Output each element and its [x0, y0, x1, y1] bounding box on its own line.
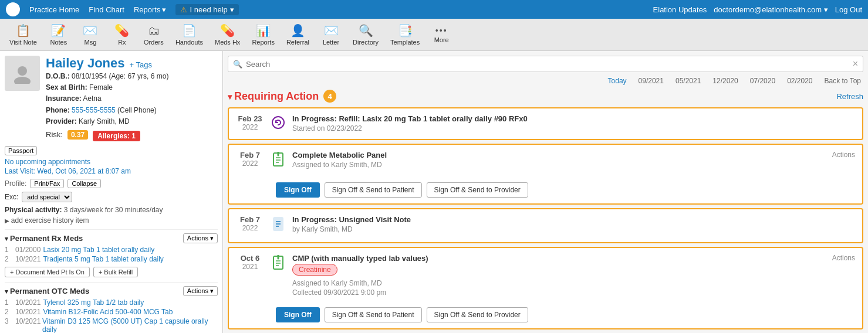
allergies-badge[interactable]: Allergies: 1: [93, 131, 140, 141]
action-card-1-subtitle: Started on 02/23/2022: [292, 124, 855, 132]
patient-name[interactable]: Hailey Jones: [46, 56, 125, 71]
action-card-4-send-patient-button[interactable]: Sign Off & Send to Patient: [325, 307, 422, 322]
toolbar-orders[interactable]: 🗂 Orders: [139, 22, 168, 48]
toolbar-reports-label: Reports: [252, 39, 275, 46]
action-card-2-send-provider-button[interactable]: Sign Off & Send to Provider: [427, 182, 528, 198]
document-med-button[interactable]: + Document Med Pt Is On: [5, 267, 90, 277]
toolbar-rx[interactable]: 💊 Rx: [107, 21, 137, 48]
toolbar-templates[interactable]: 📑 Templates: [386, 21, 424, 48]
timeline-date-1[interactable]: 09/2021: [639, 77, 664, 85]
patient-tags-button[interactable]: + Tags: [130, 60, 152, 69]
action-card-3-title[interactable]: In Progress: Unsigned Visit Note: [292, 215, 855, 224]
exc-select[interactable]: add special: [22, 192, 72, 202]
toolbar-directory[interactable]: 🔍 Directory: [348, 21, 383, 48]
toolbar-letter[interactable]: ✉️ Letter: [316, 21, 346, 48]
risk-badge: 0.37: [67, 130, 88, 140]
perm-otc-med-1-link[interactable]: Tylenol 325 mg Tab 1/2 tab daily: [43, 298, 144, 307]
perm-rx-doc-btns: + Document Med Pt Is On + Bulk Refill: [5, 267, 218, 277]
perm-rx-med-1-link[interactable]: Lasix 20 mg Tab 1 tablet orally daily: [43, 246, 154, 254]
perm-otc-med-2-link[interactable]: Vitamin B12-Folic Acid 500-400 MCG Tab: [43, 308, 173, 316]
toolbar-referral[interactable]: 👤 Referral: [282, 21, 314, 48]
toolbar-more-label: More: [434, 36, 449, 43]
action-card-4-actions-label[interactable]: Actions: [832, 254, 855, 262]
perm-otc-header: Permanent OTC Meds Actions ▾: [5, 282, 218, 296]
notes-icon: 📝: [51, 23, 66, 38]
toolbar-meds-hx[interactable]: 💊 Meds Hx: [210, 21, 245, 48]
toolbar-rx-label: Rx: [118, 39, 126, 46]
chevron-down-icon: ▾: [230, 5, 234, 14]
print-fax-button[interactable]: Print/Fax: [30, 179, 64, 188]
last-visit[interactable]: Last Visit: Wed, Oct 06, 2021 at 8:07 am: [5, 167, 218, 175]
nav-find-chart[interactable]: Find Chart: [89, 5, 124, 14]
perm-otc-title[interactable]: Permanent OTC Meds: [5, 287, 89, 295]
perm-rx-med-2-link[interactable]: Tradjenta 5 mg Tab 1 tablet orally daily: [43, 255, 163, 263]
search-clear-button[interactable]: ×: [853, 59, 858, 69]
action-card-1-title[interactable]: In Progress: Refill: Lasix 20 mg Tab 1 t…: [292, 114, 855, 123]
action-card-4-title[interactable]: CMP (with manually typed lab values): [292, 254, 825, 263]
action-card-2-actions-label[interactable]: Actions: [832, 151, 855, 159]
user-email[interactable]: doctordemo@elationhealth.com ▾: [714, 5, 828, 14]
action-card-1-row: Feb 23 2022 In Progress: Refill: Lasix 2…: [229, 108, 862, 139]
handouts-icon: 📄: [182, 23, 197, 38]
requiring-action-count-badge: 4: [323, 90, 336, 103]
action-card-2: Feb 7 2022 Complete Metabolic Panel Assi…: [228, 144, 863, 205]
patient-insurance: Insurance: Aetna: [46, 93, 168, 104]
nav-reports[interactable]: Reports ▾: [134, 5, 167, 14]
chevron-down-icon: ▾: [824, 5, 828, 14]
toolbar-msg[interactable]: ✉️ Msg: [76, 21, 105, 48]
patient-phone-link[interactable]: 555-555-5555: [72, 106, 116, 114]
collapse-button[interactable]: Collapse: [67, 179, 101, 188]
perm-rx-title[interactable]: Permanent Rx Meds: [5, 234, 83, 243]
nav-help[interactable]: ⚠ I need help ▾: [175, 4, 238, 15]
right-panel: 🔍 × Today 09/2021 05/2021 12/2020 07/202…: [223, 51, 868, 333]
orders-icon: 🗂: [148, 24, 160, 38]
directory-icon: 🔍: [359, 23, 373, 38]
passport-button[interactable]: Passport: [5, 146, 37, 155]
action-card-2-sign-off-button[interactable]: Sign Off: [276, 182, 320, 198]
warning-icon: ⚠: [180, 5, 187, 14]
toolbar-visit-note[interactable]: 📋 Visit Note: [5, 21, 42, 48]
app-logo: E: [6, 2, 20, 16]
rx-icon: 💊: [114, 23, 129, 38]
perm-otc-med-3-link[interactable]: Vitamin D3 125 MCG (5000 UT) Cap 1 capsu…: [42, 317, 218, 333]
perm-otc-actions-button[interactable]: Actions ▾: [183, 286, 218, 296]
exc-row: Exc: add special: [5, 192, 218, 202]
search-input[interactable]: [246, 60, 853, 69]
msg-icon: ✉️: [83, 23, 97, 38]
toolbar-handouts[interactable]: 📄 Handouts: [171, 21, 208, 48]
toolbar-msg-label: Msg: [84, 39, 96, 46]
perm-rx-actions-button[interactable]: Actions ▾: [183, 233, 218, 243]
action-card-3-subtitle: by Karly Smith, MD: [292, 225, 855, 233]
chevron-down-icon: ▾: [162, 5, 166, 14]
action-card-4-send-provider-button[interactable]: Sign Off & Send to Provider: [427, 307, 528, 322]
toolbar-visit-note-label: Visit Note: [9, 39, 37, 46]
timeline-date-3[interactable]: 12/2020: [712, 77, 738, 85]
requiring-action-header: Requiring Action 4 Refresh: [228, 90, 863, 103]
refresh-button[interactable]: Refresh: [836, 92, 863, 101]
action-card-2-title[interactable]: Complete Metabolic Panel: [292, 151, 825, 159]
no-upcoming-appointments[interactable]: No upcoming appointments: [5, 158, 218, 166]
add-exercise-button[interactable]: add exercise history item: [5, 216, 218, 225]
logout-button[interactable]: Log Out: [835, 5, 862, 14]
creatinine-badge[interactable]: Creatinine: [292, 264, 337, 276]
bulk-refill-button[interactable]: + Bulk Refill: [93, 267, 138, 277]
timeline-today-button[interactable]: Today: [608, 77, 627, 85]
timeline-bar: Today 09/2021 05/2021 12/2020 07/2020 02…: [228, 77, 863, 85]
toolbar-more[interactable]: ••• More: [427, 23, 456, 46]
toolbar-reports[interactable]: 📊 Reports: [247, 21, 279, 48]
exc-label: Exc:: [5, 193, 18, 201]
timeline-date-5[interactable]: 02/2020: [787, 77, 812, 85]
nav-practice-home[interactable]: Practice Home: [29, 5, 79, 14]
elation-updates[interactable]: Elation Updates: [653, 5, 707, 14]
action-card-4-sign-off-button[interactable]: Sign Off: [276, 307, 320, 322]
action-card-2-icon: [271, 152, 285, 172]
profile-label: Profile:: [5, 179, 26, 188]
timeline-date-2[interactable]: 05/2021: [676, 77, 701, 85]
requiring-action-title[interactable]: Requiring Action: [228, 90, 319, 103]
action-card-2-send-patient-button[interactable]: Sign Off & Send to Patient: [325, 182, 422, 198]
toolbar-notes[interactable]: 📝 Notes: [44, 21, 73, 48]
chevron-down-icon: ▾: [210, 287, 214, 294]
back-to-top-button[interactable]: Back to Top: [825, 77, 861, 85]
top-nav-right: Elation Updates doctordemo@elationhealth…: [653, 5, 862, 14]
timeline-date-4[interactable]: 07/2020: [750, 77, 775, 85]
